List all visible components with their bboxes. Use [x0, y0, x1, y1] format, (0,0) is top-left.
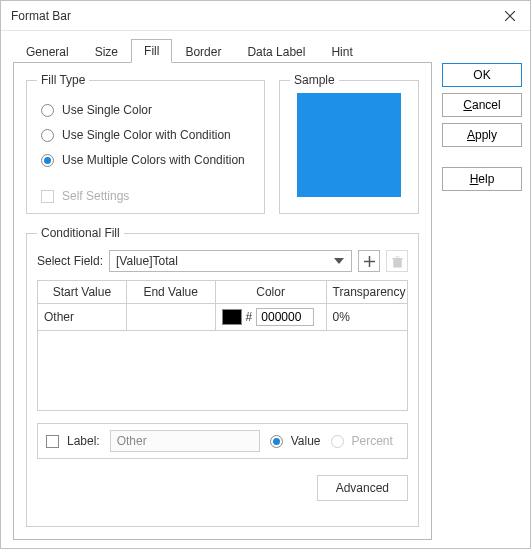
checkbox-label: Self Settings — [62, 189, 129, 203]
plus-icon — [363, 255, 376, 268]
fill-top-row: Fill Type Use Single Color Use Single Co… — [26, 73, 419, 214]
sample-group: Sample — [279, 73, 419, 214]
window-title: Format Bar — [11, 9, 71, 23]
add-row-button[interactable] — [358, 250, 380, 272]
checkbox-self-settings: Self Settings — [37, 189, 254, 203]
ok-button[interactable]: OK — [442, 63, 522, 87]
select-field-row: Select Field: [Value]Total — [37, 250, 408, 272]
button-label-rest: elp — [478, 172, 494, 186]
label-row: Label: Value Percent — [37, 423, 408, 459]
checkbox-label-text: Label: — [67, 434, 100, 448]
tab-border[interactable]: Border — [172, 40, 234, 63]
radio-icon — [41, 154, 54, 167]
radio-icon — [41, 104, 54, 117]
content-area: General Size Fill Border Data Label Hint… — [1, 31, 530, 548]
left-pane: General Size Fill Border Data Label Hint… — [13, 39, 432, 540]
conditional-table-wrap: Start Value End Value Color Transparency… — [37, 280, 408, 411]
fill-type-legend: Fill Type — [37, 73, 89, 87]
button-label-rest: pply — [475, 128, 497, 142]
cell-end-value[interactable] — [126, 304, 215, 331]
conditional-table: Start Value End Value Color Transparency… — [37, 280, 408, 331]
radio-icon — [270, 435, 283, 448]
tab-general[interactable]: General — [13, 40, 82, 63]
tab-strip: General Size Fill Border Data Label Hint — [13, 39, 432, 63]
sample-legend: Sample — [290, 73, 339, 87]
spacer — [442, 153, 522, 161]
help-button[interactable]: Help — [442, 167, 522, 191]
cell-color[interactable]: # — [215, 304, 326, 331]
mnemonic: C — [463, 98, 472, 112]
chevron-down-icon — [331, 258, 347, 264]
col-transparency: Transparency — [326, 281, 407, 304]
fill-type-group: Fill Type Use Single Color Use Single Co… — [26, 73, 265, 214]
advanced-button[interactable]: Advanced — [317, 475, 408, 501]
trash-icon — [391, 255, 404, 268]
conditional-fill-group: Conditional Fill Select Field: [Value]To… — [26, 226, 419, 527]
radio-label: Use Multiple Colors with Condition — [62, 153, 245, 167]
delete-row-button — [386, 250, 408, 272]
col-color: Color — [215, 281, 326, 304]
advanced-wrap: Advanced — [37, 475, 408, 501]
label-input — [110, 430, 260, 452]
cancel-button[interactable]: Cancel — [442, 93, 522, 117]
select-field-dropdown[interactable]: [Value]Total — [109, 250, 352, 272]
button-label: OK — [473, 68, 490, 82]
mnemonic: A — [467, 128, 475, 142]
radio-value[interactable]: Value — [270, 434, 321, 448]
tab-fill[interactable]: Fill — [131, 39, 172, 63]
table-header-row: Start Value End Value Color Transparency — [38, 281, 408, 304]
checkbox-label-toggle[interactable]: Label: — [46, 434, 100, 448]
col-start-value: Start Value — [38, 281, 127, 304]
color-hex-input[interactable] — [256, 308, 314, 326]
select-field-label: Select Field: — [37, 254, 103, 268]
titlebar: Format Bar — [1, 1, 530, 31]
radio-use-single-color-condition[interactable]: Use Single Color with Condition — [41, 128, 254, 142]
right-button-column: OK Cancel Apply Help — [432, 39, 522, 540]
checkbox-icon — [46, 435, 59, 448]
sample-swatch — [297, 93, 401, 197]
tab-hint[interactable]: Hint — [318, 40, 365, 63]
fill-type-options: Use Single Color Use Single Color with C… — [37, 97, 254, 175]
radio-label: Value — [291, 434, 321, 448]
tab-body-fill: Fill Type Use Single Color Use Single Co… — [13, 63, 432, 540]
radio-percent: Percent — [331, 434, 393, 448]
table-empty-area — [37, 331, 408, 411]
radio-icon — [41, 129, 54, 142]
radio-use-single-color[interactable]: Use Single Color — [41, 103, 254, 117]
radio-label: Use Single Color with Condition — [62, 128, 231, 142]
tab-data-label[interactable]: Data Label — [234, 40, 318, 63]
svg-rect-5 — [393, 258, 400, 266]
cell-transparency[interactable]: 0% — [326, 304, 407, 331]
apply-button[interactable]: Apply — [442, 123, 522, 147]
radio-use-multiple-colors-condition[interactable]: Use Multiple Colors with Condition — [41, 153, 254, 167]
col-end-value: End Value — [126, 281, 215, 304]
dialog-window: Format Bar General Size Fill Border Data… — [0, 0, 531, 549]
close-button[interactable] — [490, 1, 530, 31]
checkbox-icon — [41, 190, 54, 203]
conditional-fill-legend: Conditional Fill — [37, 226, 124, 240]
select-field-value: [Value]Total — [116, 254, 178, 268]
radio-label: Use Single Color — [62, 103, 152, 117]
hash-label: # — [246, 310, 253, 324]
tab-size[interactable]: Size — [82, 40, 131, 63]
close-icon — [505, 11, 515, 21]
cell-start-value[interactable]: Other — [38, 304, 127, 331]
button-label-rest: ancel — [472, 98, 501, 112]
radio-icon — [331, 435, 344, 448]
svg-marker-2 — [334, 258, 344, 264]
color-swatch[interactable] — [222, 309, 242, 325]
radio-label: Percent — [352, 434, 393, 448]
table-row[interactable]: Other # 0% — [38, 304, 408, 331]
